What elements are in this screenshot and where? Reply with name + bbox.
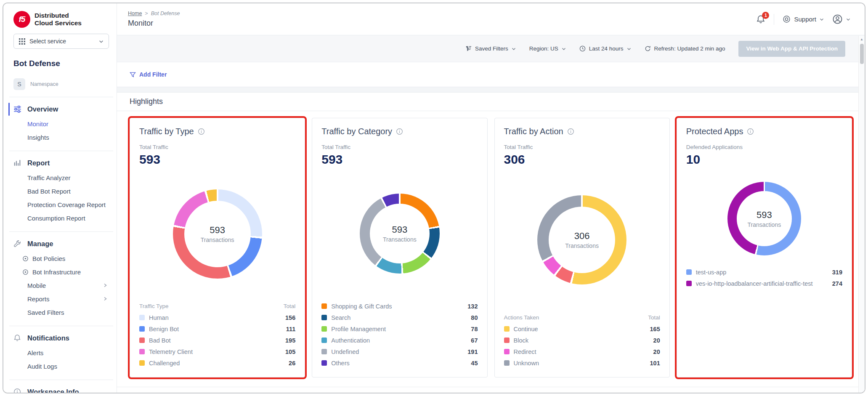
legend-item-authentication[interactable]: Authentication67 bbox=[321, 335, 478, 346]
sidebar-item-reports[interactable]: Reports bbox=[13, 292, 109, 306]
legend-header: Actions Taken bbox=[504, 314, 539, 321]
legend-item-others[interactable]: Others45 bbox=[321, 357, 478, 369]
donut-chart-protected-apps[interactable]: 593Transactions bbox=[727, 182, 801, 255]
chevron-right-icon bbox=[103, 283, 107, 287]
sidebar-item-consumption-report[interactable]: Consumption Report bbox=[13, 211, 109, 225]
donut-chart-traffic-by-action[interactable]: 306Transactions bbox=[537, 195, 626, 284]
divider bbox=[9, 151, 113, 151]
sidebar-item-audit-logs[interactable]: Audit Logs bbox=[13, 359, 109, 373]
divider bbox=[9, 326, 113, 326]
sidebar-item-monitor[interactable]: Monitor bbox=[13, 117, 109, 130]
legend-item-redirect[interactable]: Redirect20 bbox=[504, 346, 660, 357]
legend-swatch-icon bbox=[321, 338, 327, 343]
sidebar-item-mobile[interactable]: Mobile bbox=[13, 279, 109, 292]
donut-chart-traffic-by-type[interactable]: 593Transactions bbox=[173, 189, 262, 279]
legend-item-telemetry-client[interactable]: Telemetry Client105 bbox=[139, 346, 295, 357]
legend-item-block[interactable]: Block20 bbox=[504, 335, 660, 346]
card-protected-apps: Protected AppsDefended Applications10593… bbox=[677, 118, 852, 377]
filter-toolbar: Saved Filters Region: US Last 24 hours R… bbox=[117, 35, 865, 62]
sidebar-item-bot-infrastructure[interactable]: Bot Infrastructure bbox=[13, 265, 109, 279]
chevron-right-icon bbox=[103, 297, 107, 301]
saved-filters-dropdown[interactable]: Saved Filters bbox=[466, 45, 516, 52]
region-dropdown[interactable]: Region: US bbox=[529, 45, 566, 52]
info-icon[interactable] bbox=[396, 128, 403, 135]
support-label: Support bbox=[794, 16, 816, 23]
add-filter-row: Add Filter bbox=[117, 62, 865, 87]
sliders-icon bbox=[13, 105, 21, 113]
sidebar-section-overview[interactable]: Overview bbox=[13, 101, 109, 117]
legend-item-challenged[interactable]: Challenged26 bbox=[139, 357, 295, 369]
legend-item-test-us-app[interactable]: test-us-app319 bbox=[686, 266, 842, 278]
sidebar-item-bad-bot-report[interactable]: Bad Bot Report bbox=[13, 184, 109, 198]
notifications-bell-button[interactable]: 1 bbox=[756, 15, 765, 24]
legend: test-us-app319ves-io-http-loadbalancer-a… bbox=[686, 266, 842, 289]
breadcrumb-home-link[interactable]: Home bbox=[128, 11, 142, 16]
brand-line1: Distributed bbox=[35, 12, 82, 19]
sidebar-item-insights[interactable]: Insights bbox=[13, 130, 109, 144]
sidebar-item-saved-filters[interactable]: Saved Filters bbox=[13, 306, 109, 319]
legend-header: Traffic Type bbox=[139, 303, 169, 309]
vertical-scrollbar[interactable]: ▲ bbox=[858, 36, 865, 393]
sidebar-item-alerts[interactable]: Alerts bbox=[13, 346, 109, 359]
legend-item-benign-bot[interactable]: Benign Bot111 bbox=[139, 323, 295, 335]
scrollbar-up-button[interactable]: ▲ bbox=[859, 36, 865, 43]
legend-swatch-icon bbox=[504, 338, 510, 343]
wrench-icon bbox=[13, 240, 21, 248]
legend-item-ves-io-http-loadbalancer-artificial-traffic-test[interactable]: ves-io-http-loadbalancer-artificial-traf… bbox=[686, 278, 842, 289]
sidebar-item-traffic-analyzer[interactable]: Traffic Analyzer bbox=[13, 171, 109, 184]
view-in-waap-button[interactable]: View in Web App & API Protection bbox=[738, 41, 845, 57]
highlights-cards: Traffic by TypeTotal Traffic593593Transa… bbox=[117, 111, 865, 387]
legend-total-header: Total bbox=[648, 314, 660, 321]
breadcrumb-current: Bot Defense bbox=[151, 11, 180, 16]
sidebar-item-bot-policies[interactable]: Bot Policies bbox=[13, 252, 109, 265]
card-traffic-by-action: Traffic by ActionTotal Traffic306306Tran… bbox=[494, 118, 670, 377]
sidebar-item-protection-coverage-report[interactable]: Protection Coverage Report bbox=[13, 198, 109, 211]
legend-swatch-icon bbox=[139, 349, 145, 354]
info-icon[interactable] bbox=[198, 128, 205, 135]
divider bbox=[774, 14, 774, 25]
legend-item-search[interactable]: Search80 bbox=[321, 312, 478, 323]
donut-chart-traffic-by-category[interactable]: 593Transactions bbox=[360, 194, 440, 274]
card-traffic-by-type: Traffic by TypeTotal Traffic593593Transa… bbox=[130, 118, 305, 377]
sidebar: f5 Distributed Cloud Services Select ser… bbox=[3, 3, 117, 393]
legend-swatch-icon bbox=[139, 360, 145, 366]
highlights-section-title: Highlights bbox=[117, 93, 865, 111]
time-range-dropdown[interactable]: Last 24 hours bbox=[579, 45, 631, 52]
legend-swatch-icon bbox=[504, 326, 510, 332]
legend-item-undefined[interactable]: Undefined191 bbox=[321, 346, 478, 357]
legend-item-shopping-gift-cards[interactable]: Shopping & Gift Cards132 bbox=[321, 300, 478, 312]
chevron-down-icon bbox=[627, 47, 631, 51]
legend-item-profile-management[interactable]: Profile Management78 bbox=[321, 323, 478, 335]
sidebar-section-manage[interactable]: Manage bbox=[13, 236, 109, 252]
clock-icon bbox=[579, 45, 586, 52]
sidebar-section-report[interactable]: Report bbox=[13, 155, 109, 171]
legend-swatch-icon bbox=[686, 281, 692, 286]
legend-item-bad-bot[interactable]: Bad Bot195 bbox=[139, 335, 295, 346]
scrollbar-thumb[interactable] bbox=[860, 44, 864, 64]
sidebar-section-notifications[interactable]: Notifications bbox=[13, 330, 109, 346]
donut-center-value: 593 bbox=[392, 224, 408, 235]
stat-value: 593 bbox=[139, 152, 295, 167]
account-menu[interactable] bbox=[832, 14, 850, 24]
grid-icon bbox=[19, 38, 25, 45]
donut-center-value: 306 bbox=[574, 231, 590, 242]
legend-swatch-icon bbox=[139, 315, 145, 320]
avatar-icon bbox=[832, 14, 843, 24]
refresh-button[interactable]: Refresh: Updated 2 min ago bbox=[645, 45, 725, 52]
add-filter-button[interactable]: Add Filter bbox=[130, 71, 167, 78]
info-icon bbox=[13, 388, 21, 393]
info-icon[interactable] bbox=[747, 128, 754, 135]
legend-item-unknown[interactable]: Unknown101 bbox=[504, 357, 660, 369]
namespace-row[interactable]: S Namespace bbox=[13, 78, 109, 90]
legend-item-human[interactable]: Human156 bbox=[139, 312, 295, 323]
support-menu[interactable]: Support bbox=[783, 15, 824, 23]
sidebar-section-workspace-info[interactable]: Workspace Info bbox=[13, 384, 109, 393]
stat-label: Defended Applications bbox=[686, 144, 842, 150]
top-header: Home > Bot Defense Monitor 1 Support bbox=[117, 3, 865, 35]
breadcrumb-separator: > bbox=[145, 11, 148, 16]
select-service-dropdown[interactable]: Select service bbox=[13, 34, 109, 49]
info-icon[interactable] bbox=[567, 128, 574, 135]
donut-center-label: Transactions bbox=[565, 242, 599, 249]
chevron-down-icon bbox=[562, 47, 566, 51]
legend-item-continue[interactable]: Continue165 bbox=[504, 323, 660, 335]
